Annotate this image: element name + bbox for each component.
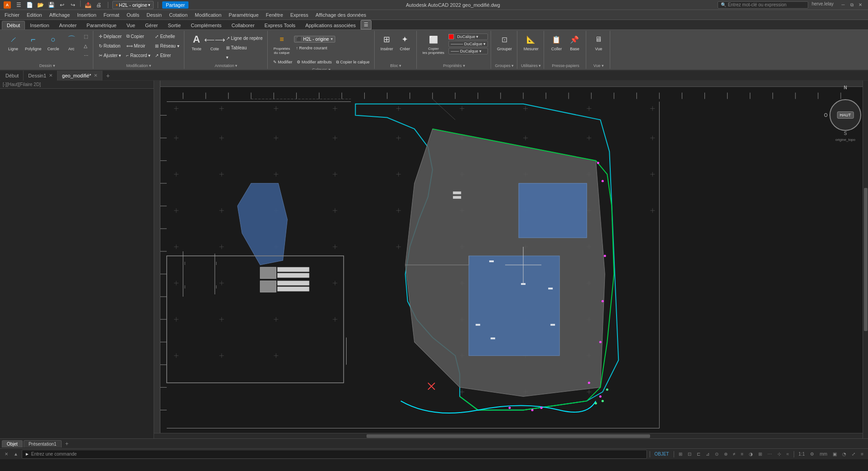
qa-new[interactable]: 📄 <box>24 0 34 10</box>
btn-coller[interactable]: 📋 Coller <box>548 32 565 53</box>
btn-tableau[interactable]: ⊞ Tableau <box>224 43 265 52</box>
close-geo-modifie[interactable]: ✕ <box>94 73 97 78</box>
btn-vue[interactable]: 🖥 Vue <box>590 32 607 53</box>
status-annotation-scale[interactable]: 1:1 <box>797 451 807 457</box>
btn-draw-extra3[interactable]: ⋯ <box>82 51 90 60</box>
tab-express-tools[interactable]: Express Tools <box>260 21 300 29</box>
status-mode-objet[interactable]: OBJET <box>653 451 671 457</box>
btn-arc[interactable]: ⌒ Arc <box>63 32 80 53</box>
menu-insertion[interactable]: Insertion <box>73 10 100 20</box>
qa-save[interactable]: 💾 <box>46 0 56 10</box>
status-units[interactable]: mm <box>818 451 829 457</box>
btn-ligne[interactable]: ⟋ Ligne <box>5 32 22 53</box>
tab-add[interactable]: + <box>63 439 72 448</box>
qa-publish[interactable]: 📤 <box>83 0 93 10</box>
close-button[interactable]: ✕ <box>856 1 864 9</box>
tab-vue[interactable]: Vue <box>121 21 140 29</box>
tab-parametrique[interactable]: Paramétrique <box>82 21 121 29</box>
qa-undo[interactable]: ↩ <box>57 0 67 10</box>
close-dessin1[interactable]: ✕ <box>49 73 53 78</box>
btn-grouper[interactable]: ⊡ Grouper <box>495 32 514 53</box>
status-expand-cmd[interactable]: ▲ <box>12 451 20 457</box>
btn-draw-extra2[interactable]: △ <box>82 41 90 50</box>
tab-complements[interactable]: Compléments <box>186 21 227 29</box>
menu-edition[interactable]: Edition <box>23 10 46 20</box>
btn-raccord[interactable]: ⌐ Raccord ▾ <box>125 51 153 60</box>
tab-debut[interactable]: Début <box>2 21 25 29</box>
status-otrack[interactable]: ⊕ <box>722 451 729 457</box>
menu-express[interactable]: Express <box>287 10 312 20</box>
doc-tab-add[interactable]: + <box>102 71 113 80</box>
minimize-button[interactable]: ─ <box>839 1 847 9</box>
canvas-area[interactable]: | | | | N O E HAUT S origine_topo <box>154 81 868 438</box>
status-filter[interactable]: ≈ <box>785 451 791 457</box>
menu-cotation[interactable]: Cotation <box>165 10 191 20</box>
menu-format[interactable]: Format <box>100 10 123 20</box>
btn-copier[interactable]: ⧉ Copier <box>125 32 153 41</box>
tab-annoter[interactable]: Annoter <box>54 21 82 29</box>
tab-sortie[interactable]: Sortie <box>163 21 186 29</box>
menu-outils[interactable]: Outils <box>123 10 143 20</box>
status-workspace[interactable]: ⚙ <box>808 451 816 457</box>
btn-proprietes-calque[interactable]: ≡ Propriétésdu calque <box>271 32 292 56</box>
menu-affichage-donnees[interactable]: Affichage des données <box>312 10 370 20</box>
compass-haut-button[interactable]: HAUT <box>837 111 854 119</box>
status-osnap[interactable]: ⊙ <box>713 451 720 457</box>
color-dropdown[interactable]: DuCalque ▾ <box>455 34 488 40</box>
scrollbar-vertical[interactable] <box>863 81 868 438</box>
status-dynucs[interactable]: ⊹ <box>776 451 783 457</box>
status-snap[interactable]: ⊡ <box>686 451 693 457</box>
scrollbar-thumb-h[interactable] <box>366 434 650 438</box>
qa-menu[interactable]: ☰ <box>14 0 24 10</box>
btn-miroir[interactable]: ⟺ Miroir <box>125 41 153 50</box>
layer-dropdown[interactable]: ⬛ H2L - origine ▾ <box>294 36 335 43</box>
lineweight-dropdown[interactable]: —— DuCalque ▾ <box>448 48 488 54</box>
menu-fenetre[interactable]: Fenêtre <box>262 10 287 20</box>
doc-tab-dessin1[interactable]: Dessin1 ✕ <box>24 71 58 81</box>
btn-modifier-attributs[interactable]: ⚙ Modifier attributs <box>295 58 333 67</box>
btn-ligne-repere[interactable]: ↗ Ligne de repère <box>224 34 265 43</box>
qa-print[interactable]: 🖨 <box>94 0 104 10</box>
tab-collaborer[interactable]: Collaborer <box>227 21 260 29</box>
status-ortho[interactable]: ⊏ <box>695 451 702 457</box>
btn-draw-extra1[interactable]: ⬚ <box>82 32 90 41</box>
status-polar[interactable]: ⊿ <box>704 451 711 457</box>
btn-creer[interactable]: ✦ Créer <box>396 32 414 53</box>
doc-tab-geo-modifie[interactable]: geo_modifié* ✕ <box>58 71 102 81</box>
command-line[interactable]: ► Entrez une commande <box>22 450 647 459</box>
status-lineweight[interactable]: ≡ <box>739 451 745 457</box>
status-fullscreen[interactable]: ⤢ <box>850 451 857 457</box>
menu-dessin[interactable]: Dessin <box>143 10 166 20</box>
menu-parametrique[interactable]: Paramétrique <box>225 10 262 20</box>
tab-gerer[interactable]: Gérer <box>140 21 163 29</box>
status-close-cmd[interactable]: ✕ <box>3 451 10 457</box>
btn-polyligne[interactable]: ⌐ Polyligne <box>23 32 44 53</box>
btn-texte[interactable]: A Texte <box>188 32 205 53</box>
origin-dropdown[interactable]: ● H2L - origine ▾ <box>112 1 154 9</box>
restore-button[interactable]: ⧉ <box>848 1 856 9</box>
btn-cote[interactable]: ⟵⟶ Cote <box>206 32 223 53</box>
tab-presentation1[interactable]: Présentation1 <box>24 440 62 447</box>
menu-modification[interactable]: Modification <box>191 10 225 20</box>
btn-inserer[interactable]: ⊞ Insérer <box>378 32 395 53</box>
btn-etirer[interactable]: ↗ Etirer <box>153 51 181 60</box>
btn-reseau[interactable]: ⊞ Réseau ▾ <box>153 41 181 50</box>
status-isolate[interactable]: ◔ <box>840 451 848 457</box>
btn-copier-calque[interactable]: ⧉ Copier le calque <box>334 58 371 67</box>
menu-affichage[interactable]: Affichage <box>46 10 74 20</box>
btn-rendre-courant[interactable]: ↑ Rendre courant <box>294 43 329 53</box>
qa-redo[interactable]: ↪ <box>68 0 78 10</box>
drawing-canvas[interactable]: | | | | <box>160 87 868 438</box>
status-3dosnap[interactable]: ⋯ <box>766 451 774 457</box>
btn-mesurer[interactable]: 📐 Mesurer <box>521 32 541 53</box>
status-grid[interactable]: ⊞ <box>677 451 684 457</box>
doc-tab-debut[interactable]: Début <box>1 71 24 81</box>
share-button[interactable]: Partager <box>162 1 188 9</box>
tab-objet[interactable]: Objet <box>2 440 23 447</box>
btn-copier-proprietes[interactable]: ⬜ Copierles propriétés <box>420 32 447 56</box>
global-search[interactable]: 🔍 Entrez mot-clé ou expression <box>718 1 808 9</box>
tab-applications[interactable]: Applications associées <box>300 21 361 29</box>
status-customize[interactable]: ≡ <box>859 451 865 457</box>
btn-modifier-calque[interactable]: ✎ Modifier <box>271 58 294 67</box>
tab-extra[interactable]: ☰ <box>361 20 371 29</box>
